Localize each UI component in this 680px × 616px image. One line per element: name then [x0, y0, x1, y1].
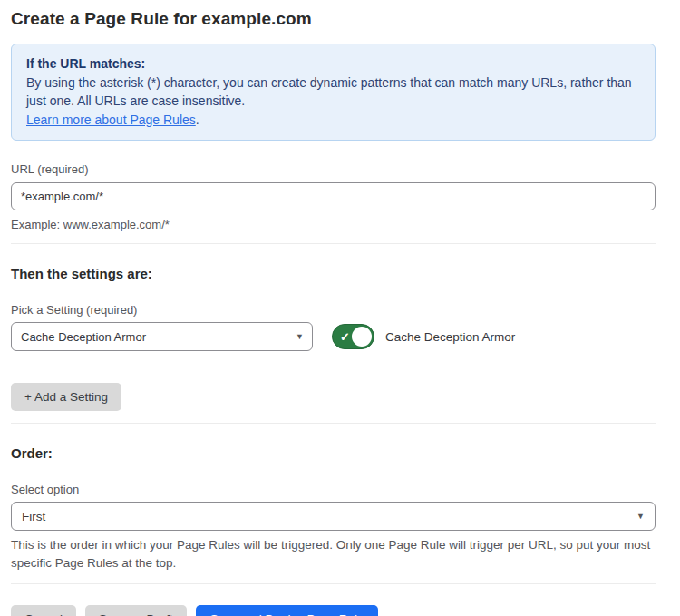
url-field-label: URL (required) — [11, 162, 656, 176]
setting-select[interactable]: Cache Deception Armor ▼ — [11, 322, 313, 351]
setting-picker-label: Pick a Setting (required) — [11, 303, 656, 317]
order-select-label: Select option — [11, 483, 656, 496]
page-rule-form: Create a Page Rule for example.com If th… — [0, 0, 680, 616]
save-as-draft-button[interactable]: Save as Draft — [85, 605, 187, 616]
order-helper-text: This is the order in which your Page Rul… — [11, 536, 656, 572]
footer-actions: Cancel Save as Draft Save and Deploy Pag… — [11, 605, 656, 616]
cancel-button[interactable]: Cancel — [11, 605, 76, 616]
setting-row: Cache Deception Armor ▼ ✓ Cache Deceptio… — [11, 322, 656, 351]
chevron-down-icon: ▼ — [296, 333, 304, 341]
save-and-deploy-button[interactable]: Save and Deploy Page Rule — [196, 605, 379, 616]
order-select[interactable]: First ▼ — [11, 502, 656, 531]
page-title: Create a Page Rule for example.com — [11, 9, 656, 29]
divider — [11, 243, 656, 244]
url-helper-text: Example: www.example.com/* — [11, 217, 656, 232]
url-match-info-banner: If the URL matches: By using the asteris… — [11, 44, 656, 141]
setting-toggle-label: Cache Deception Armor — [385, 330, 515, 344]
setting-select-caret-button[interactable]: ▼ — [287, 323, 312, 350]
banner-body: By using the asterisk (*) character, you… — [26, 73, 640, 130]
chevron-down-icon: ▼ — [636, 513, 645, 521]
add-setting-button[interactable]: + Add a Setting — [11, 383, 121, 411]
toggle-knob — [352, 327, 372, 347]
banner-heading: If the URL matches: — [26, 54, 640, 73]
banner-link-suffix: . — [196, 112, 199, 127]
url-input[interactable] — [11, 182, 656, 210]
setting-select-value: Cache Deception Armor — [12, 323, 287, 350]
learn-more-link[interactable]: Learn more about Page Rules — [26, 112, 196, 127]
order-section-heading: Order: — [11, 445, 656, 461]
divider — [11, 423, 656, 424]
order-select-value: First — [22, 510, 45, 523]
banner-body-text: By using the asterisk (*) character, you… — [26, 75, 632, 109]
check-icon: ✓ — [340, 330, 350, 344]
setting-toggle[interactable]: ✓ — [332, 324, 374, 349]
settings-section-heading: Then the settings are: — [11, 266, 656, 281]
divider — [11, 583, 656, 584]
